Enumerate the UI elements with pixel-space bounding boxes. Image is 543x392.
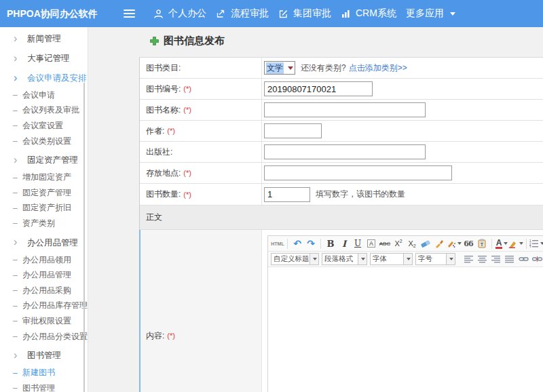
workflow-icon bbox=[216, 9, 226, 19]
sidebar-item[interactable]: –办公用品分类设置 bbox=[0, 329, 88, 345]
font-family-select[interactable]: 字体 bbox=[370, 253, 413, 265]
sidebar-item[interactable]: –资产类别 bbox=[0, 216, 88, 231]
clean-format-button[interactable] bbox=[432, 237, 446, 250]
top-nav: 个人办公 流程审批 集团审批 CRM系统 更多应用 bbox=[149, 0, 460, 27]
book-form: 图书类目: 文学 还没有类别? 点击添加类别>> 图书编号:(*) 图书名称:(… bbox=[139, 57, 543, 392]
ordered-list-button[interactable]: 123 bbox=[529, 237, 543, 250]
font-color-button[interactable]: A bbox=[495, 237, 508, 250]
editor-content-area[interactable] bbox=[268, 267, 543, 392]
rich-text-editor: HTML ↶ ↷ B I U A ABC X2 X2 bbox=[267, 235, 543, 392]
sidebar-item[interactable]: –审批权限设置 bbox=[0, 313, 88, 329]
redo-button[interactable]: ↷ bbox=[304, 237, 318, 250]
nav-more-apps[interactable]: 更多应用 bbox=[401, 0, 460, 27]
dash-icon: – bbox=[0, 332, 20, 340]
font-size-select[interactable]: 字号 bbox=[415, 253, 455, 265]
nav-personal-office[interactable]: 个人办公 bbox=[149, 0, 211, 27]
sidebar: ›新闻管理›大事记管理›会议申请及安排–会议申请–会议列表及审批–会议室设置–会… bbox=[0, 27, 88, 392]
undo-button[interactable]: ↶ bbox=[291, 237, 304, 250]
sidebar-group[interactable]: ›固定资产管理 bbox=[0, 153, 88, 168]
nav-workflow-approval[interactable]: 流程审批 bbox=[211, 0, 274, 27]
sidebar-item[interactable]: –会议申请 bbox=[0, 87, 88, 103]
dash-icon: – bbox=[0, 317, 20, 325]
category-select[interactable]: 文学 bbox=[264, 61, 295, 75]
dash-icon: – bbox=[0, 256, 20, 264]
sidebar-group[interactable]: ›大事记管理 bbox=[0, 51, 88, 66]
paragraph-format-select[interactable]: 段落格式 bbox=[322, 253, 367, 265]
edit-square-icon bbox=[278, 9, 288, 19]
strikethrough-button[interactable]: ABC bbox=[378, 237, 392, 250]
dash-icon: – bbox=[0, 286, 20, 294]
superscript-button[interactable]: X2 bbox=[392, 237, 405, 250]
custom-title-select[interactable]: 自定义标题 bbox=[271, 253, 319, 265]
sidebar-item[interactable]: –办公用品库存管理 bbox=[0, 298, 88, 314]
nav-crm-system[interactable]: CRM系统 bbox=[336, 0, 401, 27]
form-row-publisher: 出版社: bbox=[140, 142, 543, 163]
dash-icon: – bbox=[0, 384, 20, 392]
sidebar-item[interactable]: –图书管理 bbox=[0, 380, 88, 392]
sidebar-item[interactable]: –办公用品领用 bbox=[0, 252, 88, 268]
svg-text:3: 3 bbox=[529, 246, 531, 248]
align-left-button[interactable] bbox=[462, 253, 476, 266]
dash-icon: – bbox=[0, 219, 20, 227]
sidebar-item[interactable]: –固定资产管理 bbox=[0, 185, 88, 201]
blockquote-button[interactable]: 66 bbox=[462, 237, 475, 250]
dash-icon: – bbox=[0, 302, 20, 310]
topbar: PHPOA协同办公软件 个人办公 流程审批 集团审批 CRM系统 bbox=[0, 0, 543, 27]
align-right-button[interactable] bbox=[489, 253, 503, 266]
source-code-button[interactable]: HTML bbox=[271, 237, 284, 250]
link-button[interactable] bbox=[517, 253, 530, 266]
sidebar-item[interactable]: –办公用品管理 bbox=[0, 267, 88, 283]
publisher-input[interactable] bbox=[264, 144, 426, 159]
app-logo: PHPOA协同办公软件 bbox=[7, 0, 98, 27]
form-row-category: 图书类目: 文学 还没有类别? 点击添加类别>> bbox=[140, 58, 543, 79]
italic-button[interactable]: I bbox=[337, 237, 351, 250]
align-justify-button[interactable] bbox=[503, 253, 517, 266]
caret-down-icon bbox=[504, 242, 508, 245]
form-row-location: 存放地点:(*) bbox=[140, 163, 543, 184]
dash-icon: – bbox=[0, 189, 20, 197]
subscript-button[interactable]: X2 bbox=[405, 237, 419, 250]
form-row-book-no: 图书编号:(*) bbox=[140, 79, 543, 100]
eraser-button[interactable] bbox=[419, 237, 432, 250]
dash-icon: – bbox=[0, 106, 20, 115]
author-input[interactable] bbox=[264, 123, 322, 138]
format-painter-button[interactable] bbox=[446, 237, 462, 250]
svg-text:T: T bbox=[481, 242, 484, 247]
add-category-link[interactable]: 点击添加类别>> bbox=[349, 62, 407, 74]
sidebar-item[interactable]: –会议类别设置 bbox=[0, 134, 88, 149]
caret-down-icon bbox=[361, 258, 365, 260]
form-row-book-name: 图书名称:(*) bbox=[140, 100, 543, 121]
caret-down-icon bbox=[450, 12, 455, 16]
sidebar-item[interactable]: –新建图书 bbox=[0, 365, 88, 380]
caret-down-icon bbox=[519, 242, 523, 245]
quantity-input[interactable] bbox=[264, 187, 310, 202]
add-icon bbox=[150, 37, 159, 45]
sidebar-item[interactable]: –固定资产折旧 bbox=[0, 201, 88, 216]
editor-toolbar: HTML ↶ ↷ B I U A ABC X2 X2 bbox=[268, 236, 543, 267]
bold-button[interactable]: B bbox=[324, 237, 337, 250]
sidebar-group[interactable]: ›办公用品管理 bbox=[0, 235, 88, 251]
paste-text-button[interactable]: T bbox=[475, 237, 489, 250]
unlink-button[interactable] bbox=[530, 253, 543, 266]
sidebar-group[interactable]: ›新闻管理 bbox=[0, 31, 88, 47]
book-name-input[interactable] bbox=[264, 102, 426, 117]
chevron-right-icon: › bbox=[0, 153, 22, 167]
sidebar-item[interactable]: –办公用品采购 bbox=[0, 283, 88, 298]
chevron-right-icon: › bbox=[0, 349, 22, 362]
caret-down-icon bbox=[540, 242, 543, 245]
location-input[interactable] bbox=[264, 165, 452, 180]
char-border-button[interactable]: A bbox=[364, 237, 378, 250]
sidebar-item[interactable]: –会议室设置 bbox=[0, 118, 88, 134]
book-no-input[interactable] bbox=[264, 81, 373, 96]
nav-group-approval[interactable]: 集团审批 bbox=[274, 0, 336, 27]
sidebar-item[interactable]: –会议列表及审批 bbox=[0, 103, 88, 119]
sidebar-group[interactable]: ›会议申请及安排 bbox=[0, 71, 88, 86]
dash-icon: – bbox=[0, 204, 20, 212]
menu-toggle-icon[interactable] bbox=[124, 9, 135, 18]
align-center-button[interactable] bbox=[476, 253, 489, 266]
sidebar-group[interactable]: ›图书管理 bbox=[0, 348, 88, 364]
underline-button[interactable]: U bbox=[351, 237, 364, 250]
sidebar-item[interactable]: –增加固定资产 bbox=[0, 170, 88, 185]
highlight-color-button[interactable] bbox=[508, 237, 523, 250]
sidebar-scrollbar[interactable] bbox=[83, 83, 85, 392]
